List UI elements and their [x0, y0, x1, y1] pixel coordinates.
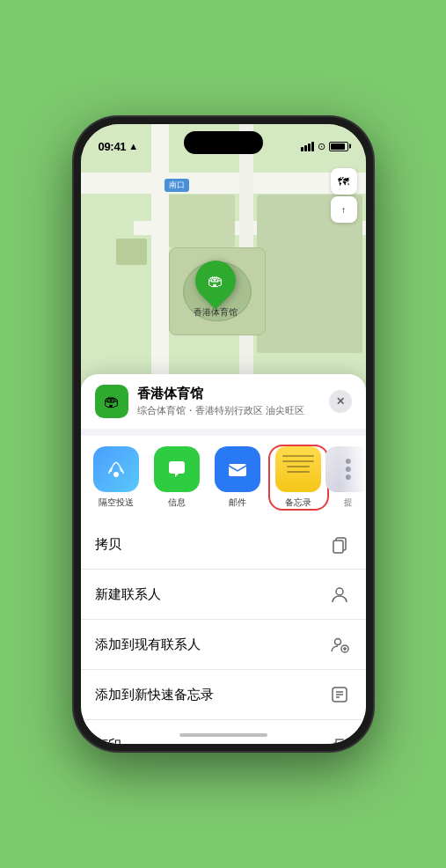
print-label: 打印	[95, 737, 121, 745]
venue-info: 香港体育馆 综合体育馆・香港特别行政区 油尖旺区	[137, 386, 320, 417]
add-quick-note-label: 添加到新快速备忘录	[95, 687, 214, 703]
svg-point-0	[113, 472, 119, 477]
status-time: 09:41	[99, 140, 127, 153]
action-new-contact[interactable]: 新建联系人	[81, 570, 366, 620]
messages-label: 信息	[168, 497, 186, 509]
mail-label: 邮件	[229, 497, 246, 509]
venue-description: 综合体育馆・香港特别行政区 油尖旺区	[137, 404, 320, 417]
share-airdrop[interactable]: 隔空投送	[88, 446, 145, 509]
pin-circle: 🏟	[186, 252, 244, 309]
venue-icon: 🏟	[95, 385, 128, 418]
share-messages[interactable]: 信息	[149, 446, 206, 509]
mail-icon	[215, 446, 260, 492]
new-contact-label: 新建联系人	[95, 586, 161, 603]
notes-line-3	[287, 466, 310, 467]
share-mail[interactable]: 邮件	[209, 446, 267, 509]
home-indicator	[179, 733, 267, 737]
action-add-existing-contact[interactable]: 添加到现有联系人	[81, 620, 366, 670]
wifi-icon: ⊙	[318, 141, 325, 152]
svg-rect-1	[229, 464, 246, 476]
share-row: 隔空投送 信息	[81, 436, 366, 519]
action-list: 拷贝 新建联系人	[81, 519, 366, 744]
share-row-fade	[340, 436, 366, 519]
copy-label: 拷贝	[95, 536, 121, 553]
map-type-button[interactable]: 🗺	[331, 168, 357, 195]
messages-icon	[154, 446, 200, 492]
map-controls: 🗺 ↑	[331, 168, 357, 223]
status-icons: ⊙	[301, 141, 348, 152]
svg-rect-8	[333, 743, 346, 744]
notes-line-1	[282, 455, 314, 457]
battery-icon	[329, 142, 348, 151]
dynamic-island	[184, 131, 263, 154]
action-copy[interactable]: 拷贝	[81, 519, 366, 570]
notes-label: 备忘录	[285, 497, 311, 509]
notes-icon	[275, 446, 321, 492]
location-pin: 🏟 香港体育馆	[194, 261, 238, 319]
add-existing-icon	[327, 632, 352, 657]
south-entrance-label: 南口	[165, 179, 189, 192]
share-notes[interactable]: 备忘录	[270, 446, 327, 509]
copy-icon	[327, 532, 352, 556]
pin-icon: 🏟	[208, 272, 223, 291]
add-quick-note-icon	[327, 682, 352, 707]
airdrop-icon	[93, 446, 139, 492]
svg-point-5	[334, 639, 340, 645]
location-arrow-icon: ▲	[128, 141, 138, 151]
action-print[interactable]: 打印	[81, 720, 366, 744]
new-contact-icon	[327, 582, 352, 607]
action-add-quick-note[interactable]: 添加到新快速备忘录	[81, 670, 366, 720]
svg-point-4	[336, 588, 343, 595]
compass-button[interactable]: ↑	[331, 196, 357, 223]
add-existing-label: 添加到现有联系人	[95, 636, 201, 653]
venue-name: 香港体育馆	[137, 386, 320, 402]
phone-frame: 09:41 ▲ ⊙	[74, 117, 373, 751]
venue-header: 🏟 香港体育馆 综合体育馆・香港特别行政区 油尖旺区 ✕	[81, 374, 366, 429]
close-button[interactable]: ✕	[329, 390, 352, 413]
signal-bars	[301, 142, 314, 151]
svg-rect-3	[333, 541, 343, 553]
airdrop-label: 隔空投送	[99, 497, 134, 509]
notes-line-4	[287, 471, 310, 473]
notes-line-2	[282, 460, 314, 462]
print-icon	[327, 732, 352, 744]
bottom-sheet: 🏟 香港体育馆 综合体育馆・香港特别行政区 油尖旺区 ✕	[81, 374, 366, 744]
phone-screen: 09:41 ▲ ⊙	[81, 124, 366, 744]
